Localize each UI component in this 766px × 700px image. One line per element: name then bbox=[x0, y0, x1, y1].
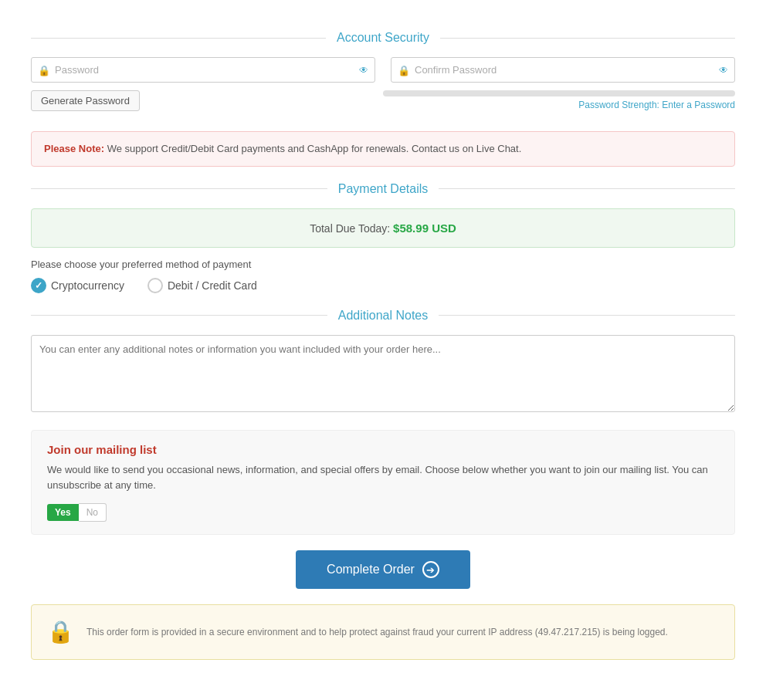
payment-choose-label: Please choose your preferred method of p… bbox=[31, 259, 251, 270]
note-message: We support Credit/Debit Card payments an… bbox=[107, 143, 522, 154]
password-strength-bar bbox=[383, 90, 735, 96]
generate-password-button[interactable]: Generate Password bbox=[31, 90, 140, 111]
additional-notes-textarea[interactable] bbox=[31, 335, 735, 412]
mailing-description: We would like to send you occasional new… bbox=[47, 462, 719, 495]
payment-line-left bbox=[31, 188, 327, 189]
password-strength-wrap: Password Strength: Enter a Password bbox=[383, 90, 735, 110]
confirm-password-field-wrap: 🔒 👁 bbox=[391, 57, 735, 83]
mailing-list-box: Join our mailing list We would like to s… bbox=[31, 430, 735, 536]
notes-line-right bbox=[439, 315, 735, 316]
card-label: Debit / Credit Card bbox=[168, 279, 257, 292]
eye-icon-password[interactable]: 👁 bbox=[359, 65, 368, 76]
notes-line-left bbox=[31, 315, 327, 316]
toggle-yes[interactable]: Yes bbox=[47, 504, 79, 521]
crypto-label: Cryptocurrency bbox=[51, 279, 124, 292]
payment-choose-text: Please choose your preferred method of p… bbox=[31, 259, 735, 270]
radio-checkmark-crypto: ✓ bbox=[35, 280, 42, 291]
heading-line-left bbox=[31, 38, 326, 39]
password-field-wrap: 🔒 👁 bbox=[31, 57, 375, 83]
complete-order-button[interactable]: Complete Order ➔ bbox=[296, 550, 470, 589]
security-notice: 🔒 This order form is provided in a secur… bbox=[31, 604, 735, 660]
account-security-heading: Account Security bbox=[31, 31, 735, 45]
complete-order-wrap: Complete Order ➔ bbox=[31, 550, 735, 589]
heading-line-right bbox=[440, 38, 735, 39]
payment-line-right bbox=[439, 188, 735, 189]
lock-icon-password: 🔒 bbox=[38, 64, 50, 76]
total-amount: $58.99 USD bbox=[393, 221, 456, 235]
lock-icon-confirm: 🔒 bbox=[398, 64, 410, 76]
total-label: Total Due Today: bbox=[310, 222, 390, 235]
toggle-no[interactable]: No bbox=[79, 503, 107, 522]
please-note-box: Please Note: We support Credit/Debit Car… bbox=[31, 131, 735, 167]
security-lock-icon: 🔒 bbox=[47, 616, 74, 648]
complete-order-arrow-icon: ➔ bbox=[422, 561, 439, 578]
complete-order-label: Complete Order bbox=[327, 563, 415, 577]
additional-notes-heading: Additional Notes bbox=[31, 309, 735, 323]
payment-options: ✓ Cryptocurrency Debit / Credit Card bbox=[31, 278, 735, 293]
eye-icon-confirm[interactable]: 👁 bbox=[719, 65, 728, 76]
password-input[interactable] bbox=[31, 57, 375, 83]
password-row: 🔒 👁 🔒 👁 bbox=[31, 57, 735, 83]
mailing-toggle[interactable]: Yes No bbox=[47, 503, 719, 522]
radio-crypto[interactable]: ✓ bbox=[31, 278, 46, 293]
payment-option-card[interactable]: Debit / Credit Card bbox=[147, 278, 257, 293]
payment-option-crypto[interactable]: ✓ Cryptocurrency bbox=[31, 278, 124, 293]
security-notice-text: This order form is provided in a secure … bbox=[86, 625, 668, 639]
mailing-title: Join our mailing list bbox=[47, 443, 719, 456]
note-bold-text: Please Note: bbox=[44, 143, 104, 154]
confirm-password-input[interactable] bbox=[391, 57, 735, 83]
account-security-title: Account Security bbox=[326, 31, 440, 45]
password-strength-text: Password Strength: Enter a Password bbox=[383, 100, 735, 110]
radio-card[interactable] bbox=[147, 278, 163, 293]
payment-details-heading: Payment Details bbox=[31, 182, 735, 196]
additional-notes-title: Additional Notes bbox=[327, 309, 439, 323]
payment-details-title: Payment Details bbox=[327, 182, 439, 196]
total-due-box: Total Due Today: $58.99 USD bbox=[31, 208, 735, 248]
